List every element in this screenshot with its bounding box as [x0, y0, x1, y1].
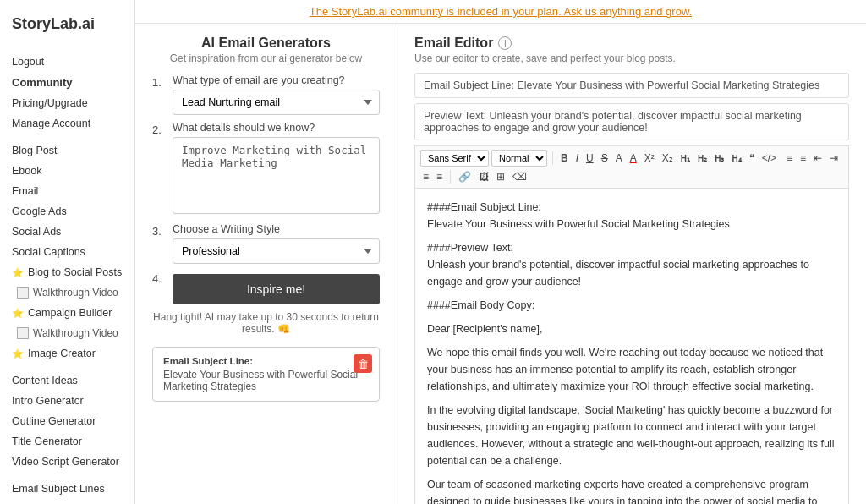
toolbar-bg-color[interactable]: A [628, 151, 639, 166]
sidebar: StoryLab.ai Logout Community Pricing/Upg… [0, 0, 135, 504]
toolbar-font-color[interactable]: A [613, 151, 625, 166]
sidebar-item-google-ads[interactable]: Google Ads [0, 201, 134, 222]
sidebar-item-blog-to-social[interactable]: Blog to Social Posts [0, 262, 134, 282]
result-card-text: Elevate Your Business with Powerful Soci… [163, 369, 369, 392]
toolbar-superscript[interactable]: X² [642, 151, 657, 166]
subject-line-field: Email Subject Line: Elevate Your Busines… [414, 73, 849, 98]
hang-tight-text: Hang tight! AI may take up to 30 seconds… [152, 311, 380, 335]
step-4-content: Inspire me! [173, 271, 380, 304]
toolbar-h3[interactable]: H₃ [712, 152, 726, 165]
body-para-3: Our team of seasoned marketing experts h… [427, 476, 836, 504]
sidebar-item-outline-generator[interactable]: Outline Generator [0, 411, 134, 431]
sidebar-item-pricing[interactable]: Pricing/Upgrade [0, 93, 134, 113]
step-1-label: What type of email are you creating? [173, 74, 380, 86]
toolbar-h4[interactable]: H₄ [729, 152, 743, 165]
right-panel: Email Editor i Use our editor to create,… [397, 24, 866, 504]
editor-subtitle: Use our editor to create, save and perfe… [414, 52, 849, 64]
main-area: The StoryLab.ai community is included in… [135, 0, 866, 504]
step-3-row: 3. Choose a Writing Style Professional C… [152, 223, 380, 264]
step-1-row: 1. What type of email are you creating? … [152, 74, 380, 115]
toolbar-font-size[interactable]: Normal [491, 150, 547, 167]
body-para-1: We hope this email finds you well. We're… [427, 344, 836, 395]
left-panel: AI Email Generators Get inspiration from… [135, 24, 397, 504]
sidebar-item-walkthrough-1[interactable]: Walkthrough Video [0, 282, 134, 303]
toolbar-code[interactable]: </> [759, 151, 779, 166]
toolbar-blockquote[interactable]: ❝ [747, 151, 757, 166]
sidebar-item-social-captions[interactable]: Social Captions [0, 242, 134, 262]
step-2-label: What details should we know? [173, 122, 380, 134]
sidebar-item-intro-generator[interactable]: Intro Generator [0, 391, 134, 411]
body-preview-hash: ####Preview Text: Unleash your brand's p… [427, 239, 836, 290]
sidebar-item-email-subject[interactable]: Email Subject Lines [0, 479, 134, 499]
toolbar-h2[interactable]: H₂ [695, 152, 710, 165]
toolbar-table[interactable]: ⊞ [494, 169, 507, 184]
body-copy-hash: ####Email Body Copy: [427, 297, 836, 314]
toolbar-image[interactable]: 🖼 [476, 169, 491, 184]
app-logo: StoryLab.ai [0, 8, 134, 45]
writing-style-select[interactable]: Professional Casual Formal Friendly [173, 238, 380, 264]
toolbar-divider-2 [450, 170, 451, 184]
inspire-button[interactable]: Inspire me! [173, 274, 380, 304]
body-subject-hash: ####Email Subject Line: Elevate Your Bus… [427, 199, 836, 233]
editor-header: Email Editor i [414, 36, 849, 51]
toolbar-clear[interactable]: ⌫ [510, 169, 529, 184]
step-1-num: 1. [152, 76, 166, 89]
sidebar-item-logout[interactable]: Logout [0, 52, 134, 72]
toolbar-list-bullet[interactable]: ≡ [420, 169, 431, 184]
result-card-label: Email Subject Line: [163, 356, 369, 366]
body-para-2: In the evolving digital landscape, 'Soci… [427, 402, 836, 469]
sidebar-item-ebook[interactable]: Ebook [0, 161, 134, 181]
sidebar-item-video-script[interactable]: Video Script Generator [0, 452, 134, 472]
sidebar-item-title-generator[interactable]: Title Generator [0, 431, 134, 452]
editor-toolbar: Sans Serif Normal B I U S A A X² X₂ H₁ H… [414, 145, 849, 188]
sidebar-item-manage-account[interactable]: Manage Account [0, 113, 134, 134]
body-salutation: Dear [Recipient's name], [427, 320, 836, 337]
step-2-content: What details should we know? Improve Mar… [173, 122, 380, 216]
toolbar-subscript[interactable]: X₂ [660, 151, 676, 166]
left-panel-subtitle: Get inspiration from our ai generator be… [152, 52, 380, 64]
sidebar-item-community[interactable]: Community [0, 72, 134, 93]
sidebar-item-social-ads[interactable]: Social Ads [0, 222, 134, 242]
step-2-num: 2. [152, 123, 166, 136]
result-card-delete-button[interactable]: 🗑 [354, 354, 372, 373]
content-area: AI Email Generators Get inspiration from… [135, 24, 866, 504]
toolbar-italic[interactable]: I [573, 151, 581, 166]
step-4-row: 4. Inspire me! [152, 271, 380, 304]
step-3-content: Choose a Writing Style Professional Casu… [173, 223, 380, 264]
sidebar-item-campaign-builder[interactable]: Campaign Builder [0, 303, 134, 323]
result-card: Email Subject Line: Elevate Your Busines… [152, 347, 380, 402]
email-type-select[interactable]: Lead Nurturing email Welcome Email Newsl… [173, 90, 380, 115]
step-3-label: Choose a Writing Style [173, 223, 380, 235]
sidebar-item-image-creator[interactable]: Image Creator [0, 343, 134, 364]
sidebar-item-blog-post[interactable]: Blog Post [0, 140, 134, 161]
toolbar-align-center[interactable]: ≡ [797, 151, 808, 166]
sidebar-item-content-ideas[interactable]: Content Ideas [0, 370, 134, 391]
checkbox-icon-walkthrough-1 [17, 287, 29, 299]
preview-text-field: Preview Text: Unleash your brand's poten… [414, 103, 849, 140]
toolbar-link[interactable]: 🔗 [456, 169, 474, 184]
sidebar-item-paraphrase[interactable]: Paraphrase Content [0, 499, 134, 504]
checkbox-icon-walkthrough-2 [17, 327, 29, 339]
toolbar-align-justify[interactable]: ⇥ [827, 151, 841, 166]
editor-body[interactable]: ####Email Subject Line: Elevate Your Bus… [414, 188, 849, 504]
sidebar-item-walkthrough-2[interactable]: Walkthrough Video [0, 323, 134, 343]
toolbar-bold[interactable]: B [558, 151, 571, 166]
toolbar-h1[interactable]: H₁ [678, 152, 693, 165]
toolbar-list-ordered[interactable]: ≡ [434, 169, 445, 184]
toolbar-underline[interactable]: U [584, 151, 596, 166]
details-textarea[interactable]: Improve Marketing with Social Media Mark… [173, 137, 380, 214]
info-icon[interactable]: i [498, 36, 512, 50]
step-4-num: 4. [152, 272, 166, 285]
top-banner: The StoryLab.ai community is included in… [135, 0, 866, 24]
toolbar-align-left[interactable]: ≡ [784, 151, 795, 166]
step-2-row: 2. What details should we know? Improve … [152, 122, 380, 216]
toolbar-align-right[interactable]: ⇤ [811, 151, 825, 166]
sidebar-item-email[interactable]: Email [0, 181, 134, 201]
editor-title: Email Editor [414, 36, 493, 51]
banner-link[interactable]: The StoryLab.ai community is included in… [310, 5, 692, 18]
toolbar-font-family[interactable]: Sans Serif [420, 150, 489, 167]
step-1-content: What type of email are you creating? Lea… [173, 74, 380, 115]
left-panel-title: AI Email Generators [152, 36, 380, 51]
toolbar-strikethrough[interactable]: S [599, 151, 611, 166]
step-3-num: 3. [152, 225, 166, 238]
